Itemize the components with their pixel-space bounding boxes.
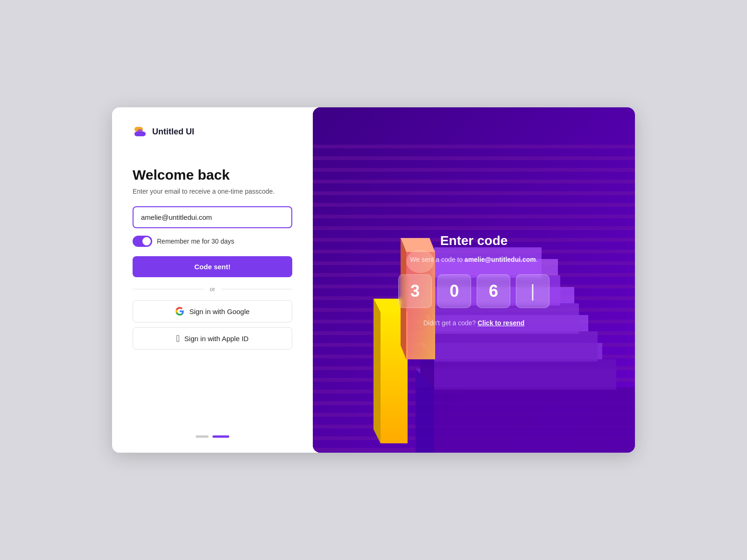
svg-rect-4 bbox=[313, 145, 635, 148]
svg-rect-31 bbox=[434, 387, 635, 453]
code-digit-2[interactable]: 0 bbox=[437, 274, 471, 308]
svg-rect-2 bbox=[137, 129, 143, 134]
svg-rect-9 bbox=[313, 203, 635, 207]
email-input[interactable] bbox=[133, 206, 292, 228]
app-name: Untitled UI bbox=[152, 127, 194, 137]
welcome-title: Welcome back bbox=[133, 167, 292, 183]
enter-code-title: Enter code bbox=[440, 233, 508, 248]
svg-rect-6 bbox=[313, 168, 635, 172]
code-subtitle: We sent a code to amelie@untitledui.com. bbox=[410, 256, 537, 263]
code-digit-3[interactable]: 6 bbox=[477, 274, 510, 308]
welcome-subtitle: Enter your email to receive a one-time p… bbox=[133, 188, 292, 195]
svg-marker-51 bbox=[374, 299, 381, 443]
right-panel: Enter code We sent a code to amelie@unti… bbox=[313, 107, 635, 453]
code-digit-4[interactable]: | bbox=[516, 274, 550, 308]
remember-toggle[interactable] bbox=[133, 236, 152, 247]
apple-icon:  bbox=[176, 334, 180, 343]
code-overlay: Enter code We sent a code to amelie@unti… bbox=[398, 233, 550, 327]
pagination-dot-1[interactable] bbox=[196, 435, 209, 438]
code-digit-1[interactable]: 3 bbox=[398, 274, 432, 308]
remember-label: Remember me for 30 days bbox=[157, 238, 234, 245]
or-divider: or bbox=[133, 286, 292, 293]
resend-link[interactable]: Click to resend bbox=[478, 319, 524, 327]
pagination-dots bbox=[133, 424, 292, 438]
svg-rect-7 bbox=[313, 180, 635, 183]
svg-rect-5 bbox=[313, 156, 635, 160]
svg-rect-8 bbox=[313, 191, 635, 195]
code-input-group: 3 0 6 | bbox=[398, 274, 550, 308]
pagination-dot-2[interactable] bbox=[212, 435, 229, 438]
toggle-knob bbox=[142, 237, 151, 245]
resend-row: Didn't get a code? Click to resend bbox=[423, 319, 525, 327]
svg-rect-34 bbox=[434, 359, 616, 390]
form-section: Welcome back Enter your email to receive… bbox=[133, 167, 292, 424]
apple-signin-button[interactable]:  Sign in with Apple ID bbox=[133, 327, 292, 350]
remember-row: Remember me for 30 days bbox=[133, 236, 292, 247]
apple-label: Sign in with Apple ID bbox=[184, 335, 249, 343]
code-sent-button[interactable]: Code sent! bbox=[133, 256, 292, 277]
svg-rect-10 bbox=[313, 215, 635, 218]
logo-icon bbox=[133, 124, 148, 139]
logo-area: Untitled UI bbox=[133, 124, 292, 139]
svg-rect-11 bbox=[313, 226, 635, 230]
google-icon bbox=[175, 307, 184, 316]
google-label: Sign in with Google bbox=[189, 308, 249, 315]
main-card: Untitled UI Welcome back Enter your emai… bbox=[112, 107, 635, 453]
left-panel: Untitled UI Welcome back Enter your emai… bbox=[112, 107, 313, 453]
svg-rect-37 bbox=[434, 331, 598, 362]
google-signin-button[interactable]: Sign in with Google bbox=[133, 300, 292, 322]
or-text: or bbox=[210, 286, 215, 293]
